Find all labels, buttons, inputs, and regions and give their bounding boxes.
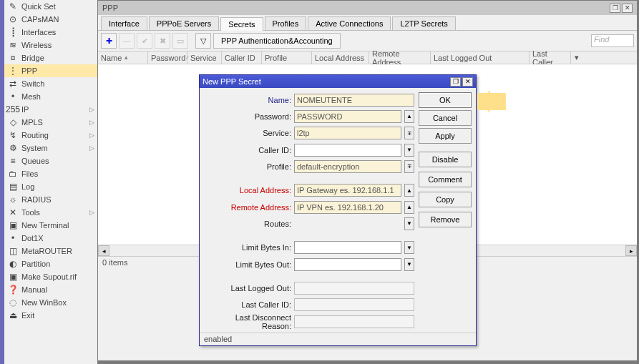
caller-id-arrow[interactable]: ▼ [404, 144, 414, 157]
enable-button: ✔ [137, 33, 152, 49]
column-caller-id[interactable]: Caller ID [222, 51, 262, 64]
limit-bytes-out-input[interactable] [294, 258, 401, 271]
column-service[interactable]: Service [187, 51, 222, 64]
column-remote-address[interactable]: Remote Address [369, 51, 431, 64]
sidebar-item-capsman[interactable]: ⊙CAPsMAN [4, 13, 97, 26]
password-arrow[interactable]: ▲ [404, 110, 414, 123]
profile-input[interactable]: default-encryption [294, 160, 401, 173]
sidebar-item-log[interactable]: ▤Log [4, 180, 97, 193]
sidebar-item-label: Tools [21, 208, 89, 217]
limit-bytes-out-arrow[interactable]: ▼ [404, 258, 414, 271]
sidebar-item-metarouter[interactable]: ◫MetaROUTER [4, 245, 97, 257]
comment-button[interactable]: Comment [419, 172, 472, 187]
dialog-close-button[interactable]: ✕ [462, 77, 473, 87]
local-address-input[interactable]: IP Gateway es. 192.168.1.1 [294, 184, 401, 197]
sidebar-item-manual[interactable]: ❓Manual [4, 283, 97, 296]
sidebar-item-queues[interactable]: ≡Queues [4, 154, 97, 167]
sidebar-item-new-terminal[interactable]: ▣New Terminal [4, 219, 97, 232]
sidebar-item-interfaces[interactable]: ┋Interfaces [4, 26, 97, 39]
sidebar-item-tools[interactable]: ✕Tools▷ [4, 206, 97, 219]
column-password[interactable]: Password∕ [148, 51, 187, 64]
service-label: Service: [204, 129, 291, 137]
name-input[interactable]: NOMEUTENTE [294, 94, 414, 107]
tab-l2tp-secrets[interactable]: L2TP Secrets [392, 16, 455, 30]
sidebar-icon: ☼ [7, 194, 19, 205]
tab-interface[interactable]: Interface [101, 16, 147, 30]
limit-bytes-out-label: Limit Bytes Out: [204, 260, 291, 269]
last-disconnect-reason-label: Last Disconnect Reason: [204, 313, 291, 330]
routes-label: Routes: [204, 220, 291, 228]
sidebar-item-label: Exit [21, 311, 94, 320]
remote-address-input[interactable]: IP VPN es. 192.168.1.20 [294, 201, 401, 214]
sidebar-item-partition[interactable]: ◐Partition [4, 257, 97, 270]
sidebar-item-ppp[interactable]: ⋮PPP [4, 64, 97, 77]
sidebar-item-wireless[interactable]: ≋Wireless [4, 39, 97, 51]
last-logged-out-label: Last Logged Out: [204, 284, 291, 292]
column-last-logged-out[interactable]: Last Logged Out [431, 51, 530, 64]
submenu-arrow-icon: ▷ [89, 106, 94, 113]
sidebar-item-label: System [21, 144, 89, 152]
limit-bytes-in-input[interactable] [294, 241, 401, 254]
add-button[interactable]: ✚ [101, 33, 117, 49]
sidebar-item-mpls[interactable]: ◇MPLS▷ [4, 116, 97, 129]
password-input[interactable]: PASSWORD [294, 110, 401, 123]
submenu-arrow-icon: ▷ [89, 119, 94, 126]
sidebar-item-switch[interactable]: ⇄Switch [4, 77, 97, 90]
find-input[interactable]: Find [591, 34, 634, 47]
remove-button[interactable]: Remove [419, 212, 472, 227]
list-header: Name▲Password∕ServiceCaller IDProfileLoc… [98, 51, 637, 64]
routes-arrow[interactable]: ▼ [404, 217, 414, 230]
sidebar-item-bridge[interactable]: ¤Bridge [4, 51, 97, 64]
column-name[interactable]: Name▲ [98, 51, 148, 64]
tab-active-connections[interactable]: Active Connections [308, 16, 391, 30]
service-dropdown[interactable]: ∓ [404, 127, 414, 139]
password-label: Password: [204, 112, 291, 121]
sidebar-item-ip[interactable]: 255IP▷ [4, 103, 97, 116]
window-title: PPP [102, 4, 118, 12]
columns-menu-button[interactable]: ▾ [571, 51, 582, 64]
limit-bytes-in-label: Limit Bytes In: [204, 243, 291, 252]
ppp-auth-accounting-button[interactable]: PPP Authentication&Accounting [213, 33, 341, 49]
scroll-left-button[interactable]: ◂ [98, 245, 109, 256]
sidebar-icon: ◫ [7, 245, 19, 257]
sidebar-item-new-winbox[interactable]: ◌New WinBox [4, 296, 97, 309]
local-address-arrow[interactable]: ▲ [404, 184, 414, 197]
service-input[interactable]: l2tp [294, 127, 401, 139]
sidebar-item-files[interactable]: 🗀Files [4, 167, 97, 180]
remote-address-label: Remote Address: [204, 203, 291, 212]
column-last-caller[interactable]: Last Caller [530, 51, 571, 64]
remote-address-arrow[interactable]: ▲ [404, 201, 414, 214]
sidebar-item-mesh[interactable]: •Mesh [4, 90, 97, 103]
sidebar-item-radius[interactable]: ☼RADIUS [4, 193, 97, 206]
tab-pppoe-servers[interactable]: PPPoE Servers [149, 16, 219, 30]
sidebar-item-quick-set[interactable]: ✎Quick Set [4, 0, 97, 13]
sidebar-icon: ▤ [7, 181, 19, 192]
cancel-button[interactable]: Cancel [419, 110, 472, 126]
sidebar-icon: ▣ [7, 220, 19, 231]
window-close-button[interactable]: ✕ [622, 4, 633, 13]
sidebar-icon: ✎ [7, 1, 19, 12]
copy-button[interactable]: Copy [419, 192, 472, 207]
dialog-titlebar[interactable]: New PPP Secret ❐ ✕ [200, 75, 476, 88]
disable-button[interactable]: Disable [419, 152, 472, 167]
sidebar-item-exit[interactable]: ⏏Exit [4, 309, 97, 322]
filter-button[interactable]: ▽ [195, 33, 211, 49]
tab-profiles[interactable]: Profiles [265, 16, 307, 30]
submenu-arrow-icon: ▷ [89, 209, 94, 216]
window-restore-button[interactable]: ❐ [610, 4, 620, 13]
sidebar-icon: ◌ [7, 297, 19, 308]
profile-dropdown[interactable]: ∓ [404, 160, 414, 173]
sidebar-item-system[interactable]: ⚙System▷ [4, 142, 97, 154]
sidebar-item-dot1x[interactable]: •Dot1X [4, 232, 97, 245]
column-profile[interactable]: Profile [262, 51, 312, 64]
apply-button[interactable]: Apply [419, 128, 472, 144]
caller-id-input[interactable] [294, 144, 401, 157]
tab-secrets[interactable]: Secrets [220, 17, 263, 31]
sidebar-item-routing[interactable]: ↯Routing▷ [4, 129, 97, 142]
column-local-address[interactable]: Local Address [312, 51, 369, 64]
dialog-restore-button[interactable]: ❐ [450, 77, 461, 87]
limit-bytes-in-arrow[interactable]: ▼ [404, 241, 414, 254]
sidebar-item-make-supout-rif[interactable]: ▣Make Supout.rif [4, 270, 97, 283]
scroll-right-button[interactable]: ▸ [625, 245, 637, 256]
ok-button[interactable]: OK [419, 92, 472, 108]
